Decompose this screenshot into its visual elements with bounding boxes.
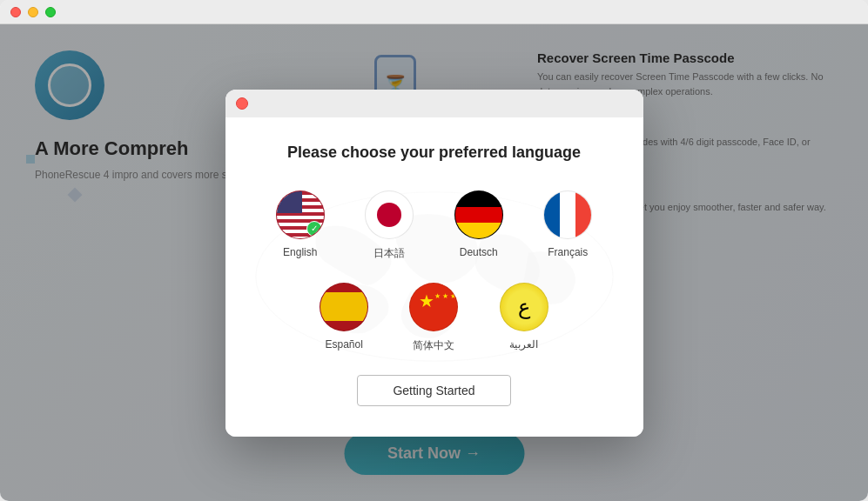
language-item-es[interactable]: Español xyxy=(304,278,385,357)
maximize-button[interactable] xyxy=(45,7,56,17)
language-item-ja[interactable]: 日本語 xyxy=(349,186,430,265)
language-item-en[interactable]: ✓ English xyxy=(260,186,341,265)
flag-zh xyxy=(409,283,458,331)
modal-close-button[interactable] xyxy=(236,97,248,110)
language-name-zh: 简体中文 xyxy=(413,338,454,353)
modal-titlebar xyxy=(225,90,643,117)
flag-fr xyxy=(543,190,592,239)
language-name-ar: العربية xyxy=(509,338,538,351)
language-name-ja: 日本語 xyxy=(373,246,405,261)
selected-checkmark-en: ✓ xyxy=(306,221,322,237)
language-grid-row2: Español 简体中文 ع العربية xyxy=(304,278,565,357)
minimize-button[interactable] xyxy=(28,7,38,17)
app-window: A More Compreh PhoneRescue 4 impro and c… xyxy=(0,0,868,501)
language-name-fr: Français xyxy=(548,246,588,258)
language-item-de[interactable]: Deutsch xyxy=(439,186,520,265)
language-item-zh[interactable]: 简体中文 xyxy=(394,278,474,357)
language-name-en: English xyxy=(283,246,317,258)
flag-ar: ع xyxy=(500,283,548,331)
close-button[interactable] xyxy=(10,7,21,17)
modal-title: Please choose your preferred language xyxy=(260,144,609,162)
getting-started-row: Getting Started xyxy=(260,375,609,406)
modal-body: Please choose your preferred language ✓ … xyxy=(225,117,643,437)
language-grid-row1: ✓ English 日本語 Deutsch xyxy=(260,186,609,265)
language-name-de: Deutsch xyxy=(460,246,498,258)
language-name-es: Español xyxy=(325,338,362,351)
language-item-fr[interactable]: Français xyxy=(528,186,609,265)
flag-es xyxy=(320,283,368,331)
modal-overlay: Please choose your preferred language ✓ … xyxy=(0,24,868,501)
flag-de xyxy=(454,190,503,239)
flag-ja xyxy=(365,190,414,239)
title-bar xyxy=(0,0,868,24)
getting-started-button[interactable]: Getting Started xyxy=(357,375,510,406)
language-modal: Please choose your preferred language ✓ … xyxy=(225,90,643,437)
language-item-ar[interactable]: ع العربية xyxy=(483,278,564,357)
flag-en: ✓ xyxy=(276,190,325,239)
